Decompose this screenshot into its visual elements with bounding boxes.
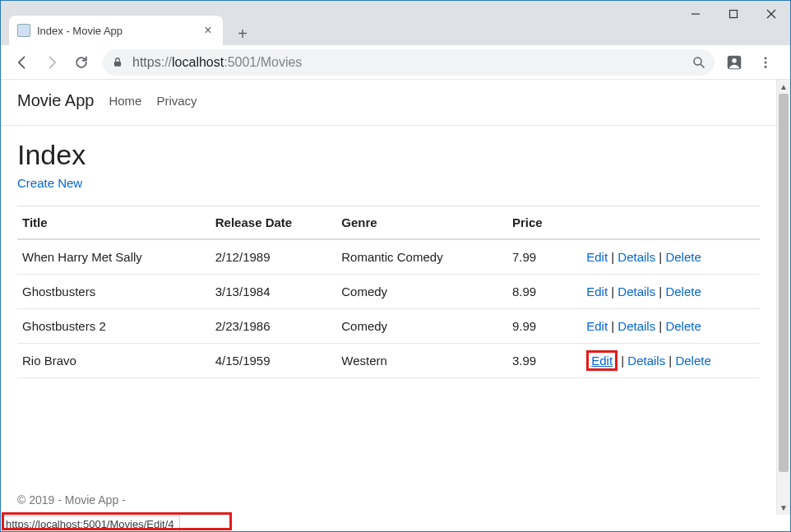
create-new-link[interactable]: Create New	[17, 176, 82, 190]
action-separator: |	[655, 285, 665, 298]
svg-rect-1	[730, 11, 738, 18]
cell-release: 2/12/1989	[210, 239, 337, 275]
cell-title: Ghostbusters	[17, 275, 210, 309]
svg-rect-4	[114, 61, 121, 66]
cell-release: 3/13/1984	[210, 275, 337, 309]
cell-price: 3.99	[507, 344, 581, 378]
address-bar[interactable]: https://localhost:5001/Movies	[103, 49, 715, 76]
cell-release: 4/15/1959	[210, 344, 337, 378]
window-titlebar: Index - Movie App × +	[1, 1, 790, 45]
site-navbar: Movie App Home Privacy	[1, 80, 776, 126]
edit-link[interactable]: Edit	[586, 350, 618, 371]
page-footer: © 2019 - Movie App -	[17, 493, 126, 507]
svg-point-11	[765, 65, 767, 67]
delete-link[interactable]: Delete	[665, 319, 701, 333]
nav-home[interactable]: Home	[109, 94, 141, 108]
action-separator: |	[608, 285, 618, 298]
action-separator: |	[655, 250, 665, 264]
favicon-icon	[17, 24, 30, 37]
svg-point-8	[732, 58, 737, 62]
col-release: Release Date	[210, 206, 337, 240]
back-button[interactable]	[7, 48, 37, 77]
details-link[interactable]: Details	[618, 319, 655, 333]
col-actions	[581, 206, 760, 240]
minimize-button[interactable]	[677, 1, 715, 27]
table-row: When Harry Met Sally2/12/1989Romantic Co…	[17, 239, 760, 275]
browser-toolbar: https://localhost:5001/Movies	[1, 45, 790, 80]
page-title: Index	[17, 139, 760, 171]
svg-point-9	[765, 57, 767, 59]
table-row: Rio Bravo4/15/1959Western3.99Edit | Deta…	[17, 344, 760, 378]
close-tab-icon[interactable]: ×	[201, 24, 215, 37]
delete-link[interactable]: Delete	[665, 285, 701, 298]
cell-title: When Harry Met Sally	[17, 239, 210, 275]
action-separator: |	[608, 319, 618, 333]
browser-tab[interactable]: Index - Movie App ×	[9, 16, 223, 45]
kebab-menu-icon[interactable]	[752, 49, 779, 76]
lock-icon	[111, 56, 124, 69]
vertical-scrollbar[interactable]: ▲ ▼	[776, 80, 790, 515]
details-link[interactable]: Details	[627, 354, 665, 368]
cell-genre: Western	[336, 344, 507, 378]
cell-genre: Comedy	[336, 309, 507, 344]
svg-point-5	[694, 58, 701, 65]
cell-price: 9.99	[507, 309, 581, 344]
cell-title: Ghostbusters 2	[17, 309, 210, 344]
delete-link[interactable]: Delete	[675, 354, 710, 368]
scroll-down-button[interactable]: ▼	[777, 501, 790, 515]
tab-title: Index - Movie App	[37, 25, 201, 37]
url-text: https://localhost:5001/Movies	[132, 55, 685, 70]
scroll-up-button[interactable]: ▲	[777, 80, 790, 94]
cell-actions: Edit | Details | Delete	[581, 309, 760, 344]
account-icon[interactable]	[721, 49, 747, 76]
col-price: Price	[507, 206, 581, 240]
action-separator: |	[608, 250, 618, 264]
cell-title: Rio Bravo	[17, 344, 210, 378]
zoom-icon[interactable]	[692, 55, 706, 70]
cell-price: 7.99	[507, 239, 581, 275]
svg-line-6	[701, 64, 704, 67]
forward-button[interactable]	[37, 48, 67, 77]
window-controls	[677, 1, 790, 27]
svg-point-10	[765, 61, 767, 63]
cell-release: 2/23/1986	[210, 309, 337, 344]
edit-link[interactable]: Edit	[586, 250, 608, 264]
cell-price: 8.99	[507, 275, 581, 309]
edit-link[interactable]: Edit	[586, 285, 608, 298]
nav-privacy[interactable]: Privacy	[156, 94, 197, 108]
details-link[interactable]: Details	[618, 285, 655, 298]
cell-actions: Edit | Details | Delete	[581, 239, 760, 275]
details-link[interactable]: Details	[618, 250, 655, 264]
cell-genre: Romantic Comedy	[336, 239, 507, 275]
tab-strip: Index - Movie App × +	[1, 1, 254, 45]
cell-genre: Comedy	[336, 275, 507, 309]
col-title: Title	[17, 206, 210, 240]
action-separator: |	[665, 354, 675, 368]
scroll-thumb[interactable]	[779, 94, 789, 472]
table-row: Ghostbusters3/13/1984Comedy8.99Edit | De…	[17, 275, 760, 309]
edit-link[interactable]: Edit	[586, 319, 608, 333]
reload-button[interactable]	[67, 48, 96, 77]
col-genre: Genre	[336, 206, 507, 240]
status-text: https://localhost:5001/Movies/Edit/4	[6, 518, 174, 530]
page-viewport: ▲ ▼ Movie App Home Privacy Index Create …	[1, 80, 790, 515]
movies-table: Title Release Date Genre Price When Harr…	[17, 206, 760, 378]
table-row: Ghostbusters 22/23/1986Comedy9.99Edit | …	[17, 309, 760, 344]
delete-link[interactable]: Delete	[665, 250, 701, 264]
new-tab-button[interactable]: +	[231, 22, 254, 45]
status-bar: https://localhost:5001/Movies/Edit/4	[1, 516, 180, 531]
action-separator: |	[618, 354, 627, 368]
maximize-button[interactable]	[715, 1, 752, 27]
cell-actions: Edit | Details | Delete	[581, 275, 760, 309]
action-separator: |	[655, 319, 665, 333]
brand-label[interactable]: Movie App	[17, 91, 94, 110]
close-window-button[interactable]	[752, 1, 790, 27]
cell-actions: Edit | Details | Delete	[581, 344, 760, 378]
